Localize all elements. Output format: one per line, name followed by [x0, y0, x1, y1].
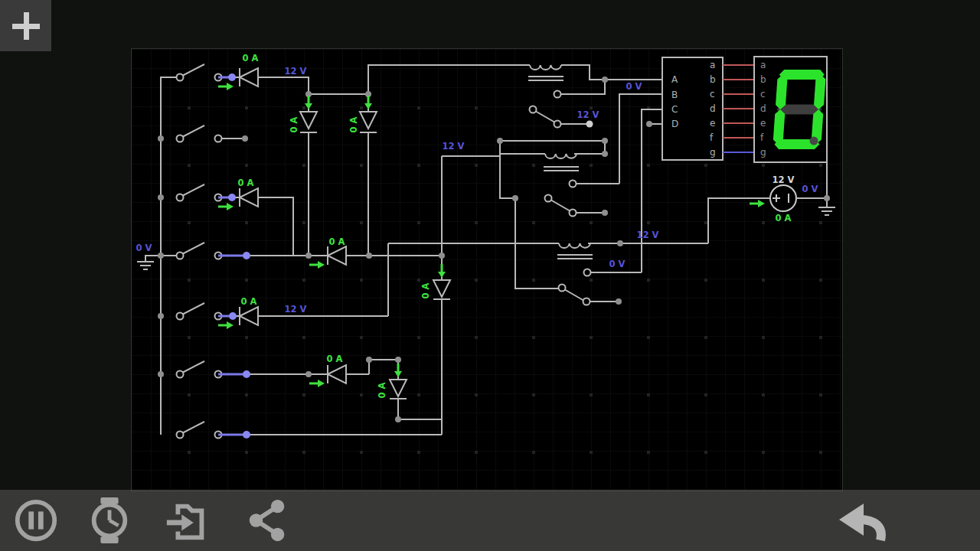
voltage-label: 0 V	[626, 81, 642, 92]
display-pin-e: e	[760, 118, 766, 129]
pause-button[interactable]	[12, 497, 60, 544]
current-label: 0 A	[776, 213, 792, 223]
bcd-decoder-chip[interactable]: ABCD abcdefg	[662, 57, 723, 160]
app-stage: ABCD abcdefg abcdefg	[0, 0, 980, 551]
undo-arrow-icon	[836, 502, 887, 542]
voltage-label: 12 V	[577, 109, 599, 120]
source-voltage-label: 12 V	[773, 174, 795, 185]
voltage-label: 0 V	[802, 184, 818, 194]
share-button[interactable]	[243, 497, 291, 544]
bottom-toolbar	[0, 490, 980, 551]
share-icon	[243, 497, 291, 544]
decoder-output-d: d	[710, 103, 716, 114]
voltage-label: 12 V	[637, 230, 659, 240]
current-label: 0 A	[420, 282, 431, 298]
decimal-point	[810, 137, 818, 145]
current-label: 0 A	[289, 116, 299, 132]
pause-icon	[12, 497, 60, 544]
decoder-input-D: D	[671, 119, 678, 129]
current-label: 0 A	[241, 296, 257, 307]
decoder-output-e: e	[710, 118, 715, 129]
display-pin-a: a	[760, 60, 766, 70]
voltage-source[interactable]	[770, 185, 796, 211]
plus-icon	[9, 9, 43, 43]
undo-button[interactable]	[836, 502, 884, 549]
voltage-label: 12 V	[285, 66, 307, 77]
import-button[interactable]	[164, 497, 211, 544]
history-button[interactable]	[86, 497, 133, 544]
voltage-label: 0 V	[136, 243, 152, 253]
current-label: 0 A	[348, 116, 359, 132]
add-component-button[interactable]	[0, 0, 51, 51]
schematic-canvas[interactable]: ABCD abcdefg abcdefg	[131, 48, 843, 491]
current-label: 0 A	[329, 236, 345, 247]
decoder-input-B: B	[671, 90, 678, 100]
current-label: 0 A	[377, 382, 387, 398]
voltage-label: 0 V	[609, 259, 626, 269]
watch-icon	[86, 497, 133, 544]
folder-arrow-icon	[164, 497, 211, 544]
decoder-input-C: C	[671, 104, 678, 115]
decoder-input-A: A	[671, 74, 678, 85]
current-label: 0 A	[238, 178, 254, 188]
decoder-output-g: g	[710, 147, 716, 158]
seven-segment-display[interactable]: abcdefg	[754, 57, 827, 162]
current-label: 0 A	[327, 354, 343, 364]
schematic-svg[interactable]: ABCD abcdefg abcdefg	[132, 49, 842, 491]
grid-background	[132, 49, 842, 491]
display-pin-c: c	[760, 89, 766, 99]
display-pin-d: d	[760, 103, 766, 114]
voltage-label: 12 V	[285, 304, 307, 315]
current-label: 0 A	[243, 53, 259, 64]
display-pin-g: g	[760, 147, 766, 158]
voltage-label: 12 V	[443, 141, 465, 152]
display-pin-b: b	[760, 74, 766, 85]
decoder-output-b: b	[710, 74, 716, 85]
decoder-output-a: a	[710, 60, 715, 70]
decoder-output-c: c	[710, 89, 715, 99]
